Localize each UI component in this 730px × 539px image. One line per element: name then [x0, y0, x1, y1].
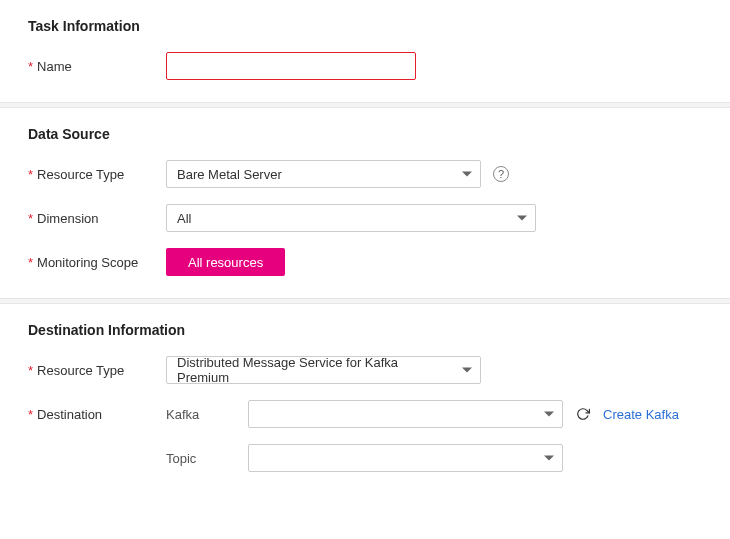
data-source-title: Data Source — [28, 126, 702, 142]
refresh-icon[interactable] — [575, 406, 591, 422]
dimension-row: * Dimension All — [28, 204, 702, 232]
chevron-down-icon — [462, 172, 472, 177]
dest-resource-type-row: * Resource Type Distributed Message Serv… — [28, 356, 702, 384]
kafka-select[interactable] — [248, 400, 563, 428]
required-asterisk: * — [28, 255, 33, 270]
all-resources-button[interactable]: All resources — [166, 248, 285, 276]
required-asterisk: * — [28, 407, 33, 422]
resource-type-select[interactable]: Bare Metal Server — [166, 160, 481, 188]
dimension-field-col: All — [166, 204, 702, 232]
chevron-down-icon — [517, 216, 527, 221]
data-source-section: Data Source * Resource Type Bare Metal S… — [0, 108, 730, 298]
create-kafka-link[interactable]: Create Kafka — [603, 407, 679, 422]
dest-resource-type-field-col: Distributed Message Service for Kafka Pr… — [166, 356, 702, 384]
monitoring-scope-label: Monitoring Scope — [37, 255, 138, 270]
dest-resource-type-label: Resource Type — [37, 363, 124, 378]
chevron-down-icon — [544, 456, 554, 461]
required-asterisk: * — [28, 59, 33, 74]
help-icon[interactable]: ? — [493, 166, 509, 182]
destination-kafka-row: * Destination Kafka Create Kafka — [28, 400, 702, 428]
topic-field-col: Topic — [166, 444, 702, 472]
resource-type-label-col: * Resource Type — [28, 167, 166, 182]
destination-information-title: Destination Information — [28, 322, 702, 338]
dimension-label: Dimension — [37, 211, 98, 226]
name-label-col: * Name — [28, 59, 166, 74]
dimension-value: All — [177, 211, 191, 226]
dest-resource-type-value: Distributed Message Service for Kafka Pr… — [177, 355, 452, 385]
chevron-down-icon — [462, 368, 472, 373]
name-field-col — [166, 52, 702, 80]
required-asterisk: * — [28, 363, 33, 378]
destination-label: Destination — [37, 407, 102, 422]
destination-label-col-spacer: * — [28, 451, 166, 466]
name-row: * Name — [28, 52, 702, 80]
chevron-down-icon — [544, 412, 554, 417]
topic-sublabel: Topic — [166, 451, 236, 466]
monitoring-scope-label-col: * Monitoring Scope — [28, 255, 166, 270]
topic-select[interactable] — [248, 444, 563, 472]
monitoring-scope-row: * Monitoring Scope All resources — [28, 248, 702, 276]
required-asterisk: * — [28, 211, 33, 226]
resource-type-row: * Resource Type Bare Metal Server ? — [28, 160, 702, 188]
dest-resource-type-label-col: * Resource Type — [28, 363, 166, 378]
destination-information-section: Destination Information * Resource Type … — [0, 304, 730, 494]
name-label: Name — [37, 59, 72, 74]
destination-label-col: * Destination — [28, 407, 166, 422]
dimension-select[interactable]: All — [166, 204, 536, 232]
monitoring-scope-field-col: All resources — [166, 248, 702, 276]
required-asterisk: * — [28, 167, 33, 182]
task-information-title: Task Information — [28, 18, 702, 34]
task-information-section: Task Information * Name — [0, 0, 730, 102]
dimension-label-col: * Dimension — [28, 211, 166, 226]
resource-type-value: Bare Metal Server — [177, 167, 282, 182]
resource-type-field-col: Bare Metal Server ? — [166, 160, 702, 188]
dest-resource-type-select[interactable]: Distributed Message Service for Kafka Pr… — [166, 356, 481, 384]
destination-topic-row: * Topic — [28, 444, 702, 472]
name-input[interactable] — [166, 52, 416, 80]
kafka-sublabel: Kafka — [166, 407, 236, 422]
resource-type-label: Resource Type — [37, 167, 124, 182]
kafka-field-col: Kafka Create Kafka — [166, 400, 702, 428]
